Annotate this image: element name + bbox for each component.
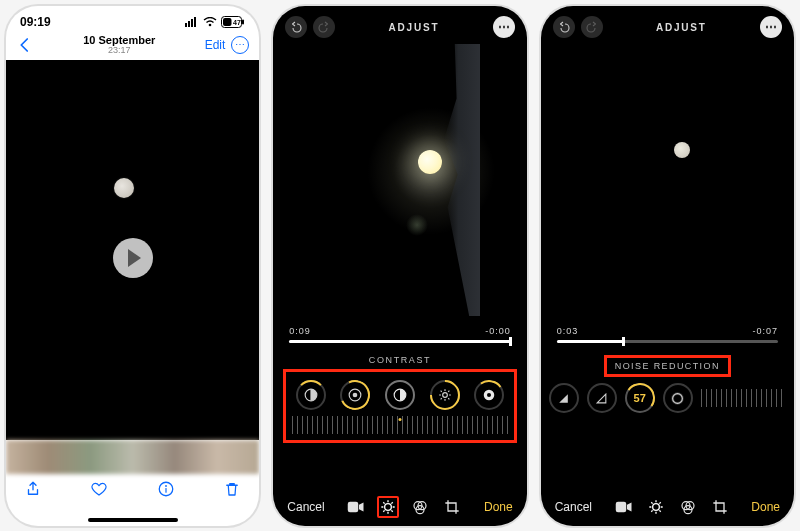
black-point-icon bbox=[474, 380, 504, 410]
adjustment-slider[interactable] bbox=[701, 389, 786, 407]
share-icon[interactable] bbox=[24, 480, 42, 498]
editor-title: ADJUST bbox=[389, 22, 440, 33]
exposure-icon bbox=[296, 380, 326, 410]
dial-vignette[interactable] bbox=[663, 383, 693, 413]
adjustment-slider[interactable] bbox=[292, 416, 507, 434]
highlights-icon bbox=[340, 380, 370, 410]
dial-definition[interactable] bbox=[587, 383, 617, 413]
scrub-elapsed: 0:09 bbox=[289, 326, 311, 336]
undo-button[interactable] bbox=[553, 16, 575, 38]
home-indicator bbox=[88, 518, 178, 522]
svg-rect-3 bbox=[194, 17, 196, 27]
svg-point-21 bbox=[385, 504, 392, 511]
mode-crop-icon[interactable] bbox=[709, 496, 731, 518]
moon-graphic bbox=[674, 142, 690, 158]
adjustment-dials-row bbox=[288, 378, 511, 414]
play-icon bbox=[128, 249, 141, 267]
editor-bottom-bar: Cancel Done bbox=[273, 496, 526, 518]
video-scrubber[interactable]: 0:09 -0:00 bbox=[289, 326, 510, 343]
editor-title: ADJUST bbox=[656, 22, 707, 33]
editor-top-bar: ADJUST ⋯ bbox=[541, 6, 794, 40]
svg-rect-27 bbox=[615, 502, 626, 513]
mode-filters-icon[interactable] bbox=[677, 496, 699, 518]
editor-preview[interactable] bbox=[556, 44, 778, 316]
photos-viewer-screen: 09:19 47 10 September 23:17 bbox=[6, 6, 259, 526]
dial-sharpness[interactable] bbox=[549, 383, 579, 413]
undo-button[interactable] bbox=[285, 16, 307, 38]
thumbnail-scrubber[interactable] bbox=[6, 440, 259, 474]
nav-time: 23:17 bbox=[83, 46, 155, 56]
moon-graphic bbox=[114, 178, 134, 198]
brightness-icon bbox=[430, 380, 460, 410]
play-button[interactable] bbox=[113, 238, 153, 278]
definition-icon bbox=[587, 383, 617, 413]
redo-button[interactable] bbox=[313, 16, 335, 38]
cancel-button[interactable]: Cancel bbox=[287, 500, 324, 514]
svg-point-28 bbox=[652, 504, 659, 511]
dial-black-point[interactable] bbox=[474, 380, 504, 410]
dial-highlights[interactable] bbox=[340, 380, 370, 410]
nav-bar: 10 September 23:17 Edit ⋯ bbox=[6, 32, 259, 60]
more-actions-button[interactable]: ⋯ bbox=[231, 36, 249, 54]
svg-rect-7 bbox=[242, 20, 244, 25]
mode-video-icon[interactable] bbox=[613, 496, 635, 518]
editor-noise-reduction-screen: ADJUST ⋯ 0:03 -0:07 NOISE REDUCTION bbox=[541, 6, 794, 526]
mode-filters-icon[interactable] bbox=[409, 496, 431, 518]
contrast-icon bbox=[385, 380, 415, 410]
scrub-remaining: -0:00 bbox=[485, 326, 511, 336]
adjustment-dials-row: 57 bbox=[549, 383, 786, 413]
sharpness-icon bbox=[549, 383, 579, 413]
scrub-remaining: -0:07 bbox=[752, 326, 778, 336]
status-bar: 09:19 47 bbox=[6, 6, 259, 32]
signal-icon bbox=[185, 17, 199, 27]
bottom-toolbar bbox=[6, 474, 259, 498]
cancel-button[interactable]: Cancel bbox=[555, 500, 592, 514]
moon-graphic bbox=[418, 150, 442, 174]
dial-exposure[interactable] bbox=[296, 380, 326, 410]
edit-button[interactable]: Edit bbox=[205, 38, 226, 52]
svg-rect-6 bbox=[223, 18, 232, 26]
info-icon[interactable] bbox=[157, 480, 175, 498]
svg-rect-0 bbox=[185, 23, 187, 27]
favorite-icon[interactable] bbox=[90, 480, 108, 498]
media-preview[interactable] bbox=[6, 60, 259, 440]
dial-brightness[interactable] bbox=[430, 380, 460, 410]
svg-rect-12 bbox=[165, 488, 166, 493]
battery-icon: 47 bbox=[221, 16, 245, 28]
done-button[interactable]: Done bbox=[751, 500, 780, 514]
adjust-controls-highlight bbox=[283, 369, 516, 443]
dial-noise-reduction[interactable]: 57 bbox=[625, 383, 655, 413]
svg-point-15 bbox=[353, 393, 358, 398]
wifi-icon bbox=[203, 17, 217, 27]
adjustment-name: CONTRAST bbox=[273, 355, 526, 365]
mode-adjust-icon[interactable] bbox=[645, 496, 667, 518]
svg-point-19 bbox=[487, 393, 491, 397]
editor-contrast-screen: ADJUST ⋯ 0:09 -0:00 CONTRAST bbox=[273, 6, 526, 526]
editor-top-bar: ADJUST ⋯ bbox=[273, 6, 526, 40]
trash-icon[interactable] bbox=[223, 480, 241, 498]
svg-text:47: 47 bbox=[233, 19, 241, 26]
dial-value: 57 bbox=[625, 383, 655, 413]
svg-rect-2 bbox=[191, 19, 193, 27]
video-scrubber[interactable]: 0:03 -0:07 bbox=[557, 326, 778, 343]
svg-point-17 bbox=[442, 393, 447, 398]
done-button[interactable]: Done bbox=[484, 500, 513, 514]
back-chevron-icon[interactable] bbox=[16, 36, 34, 54]
svg-point-4 bbox=[209, 24, 212, 27]
mode-crop-icon[interactable] bbox=[441, 496, 463, 518]
svg-rect-1 bbox=[188, 21, 190, 27]
dial-contrast[interactable] bbox=[385, 380, 415, 410]
more-options-button[interactable]: ⋯ bbox=[493, 16, 515, 38]
svg-rect-20 bbox=[348, 502, 359, 513]
adjustment-name-highlight: NOISE REDUCTION bbox=[604, 355, 731, 377]
svg-point-26 bbox=[673, 393, 683, 403]
editor-preview[interactable] bbox=[320, 44, 480, 316]
scrub-elapsed: 0:03 bbox=[557, 326, 579, 336]
editor-bottom-bar: Cancel Done bbox=[541, 496, 794, 518]
redo-button[interactable] bbox=[581, 16, 603, 38]
status-time: 09:19 bbox=[20, 15, 51, 29]
mode-video-icon[interactable] bbox=[345, 496, 367, 518]
more-options-button[interactable]: ⋯ bbox=[760, 16, 782, 38]
mode-adjust-icon[interactable] bbox=[377, 496, 399, 518]
svg-point-11 bbox=[165, 485, 167, 487]
